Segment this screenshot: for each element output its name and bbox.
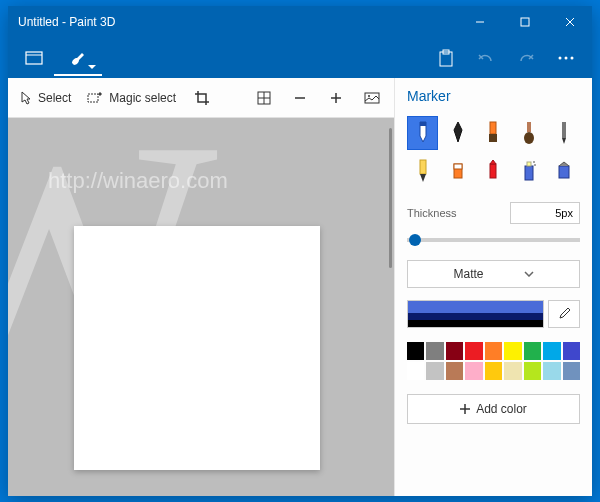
cursor-icon — [20, 91, 32, 105]
eyedropper-icon — [557, 307, 571, 321]
brush-oil-brush[interactable] — [478, 116, 509, 150]
content-area: Select Magic select — [8, 78, 592, 496]
grid-icon — [257, 91, 271, 105]
color-palette — [407, 342, 580, 380]
svg-rect-32 — [527, 162, 531, 166]
ribbon — [8, 38, 592, 78]
thickness-input[interactable] — [510, 202, 580, 224]
more-button[interactable] — [546, 40, 586, 76]
select-tool[interactable]: Select — [12, 80, 79, 116]
window-controls — [457, 6, 592, 38]
add-color-label: Add color — [476, 402, 527, 416]
svg-rect-35 — [559, 166, 569, 178]
slider-thumb[interactable] — [409, 234, 421, 246]
brush-pencil[interactable] — [407, 154, 438, 188]
svg-rect-24 — [527, 122, 531, 132]
color-swatch[interactable] — [485, 342, 502, 360]
color-swatch[interactable] — [543, 342, 560, 360]
panel-title: Marker — [407, 88, 580, 104]
color-swatch[interactable] — [465, 342, 482, 360]
svg-rect-1 — [521, 18, 529, 26]
color-swatch[interactable] — [504, 362, 521, 380]
svg-rect-23 — [489, 134, 497, 142]
svg-rect-22 — [490, 122, 496, 134]
brushes-panel: Marker Thickness Matte — [394, 78, 592, 496]
zoom-in[interactable] — [318, 80, 354, 116]
window-title: Untitled - Paint 3D — [8, 15, 457, 29]
svg-point-8 — [559, 57, 562, 60]
canvas-toolbar: Select Magic select — [8, 78, 394, 118]
select-label: Select — [38, 91, 71, 105]
material-select[interactable]: Matte — [407, 260, 580, 288]
crop-icon — [194, 90, 210, 106]
thickness-label: Thickness — [407, 207, 457, 219]
eyedropper-button[interactable] — [548, 300, 580, 328]
image-icon — [364, 92, 380, 104]
material-label: Matte — [453, 267, 483, 281]
svg-point-33 — [533, 161, 535, 163]
brush-pixel-pen[interactable] — [549, 116, 580, 150]
color-swatch[interactable] — [407, 362, 424, 380]
brush-calligraphy-pen[interactable] — [442, 116, 473, 150]
color-swatch[interactable] — [563, 362, 580, 380]
add-color-button[interactable]: Add color — [407, 394, 580, 424]
color-swatch[interactable] — [504, 342, 521, 360]
zoom-out[interactable] — [282, 80, 318, 116]
color-swatch[interactable] — [426, 342, 443, 360]
svg-point-9 — [565, 57, 568, 60]
svg-rect-31 — [525, 166, 533, 180]
svg-rect-21 — [420, 122, 426, 126]
view-mode[interactable] — [354, 80, 390, 116]
canvas-viewport[interactable]: W http://winaero.com http://winaero.com — [8, 118, 394, 496]
scroll-thumb[interactable] — [389, 128, 392, 268]
color-swatch[interactable] — [524, 342, 541, 360]
canvas-area: Select Magic select — [8, 78, 394, 496]
thickness-slider[interactable] — [407, 238, 580, 242]
svg-point-25 — [524, 132, 534, 144]
svg-point-20 — [368, 95, 370, 97]
menu-button[interactable] — [14, 40, 54, 76]
color-swatch[interactable] — [446, 362, 463, 380]
magic-select-tool[interactable]: Magic select — [79, 80, 184, 116]
brush-spray-can[interactable] — [513, 154, 544, 188]
vertical-scrollbar[interactable] — [388, 118, 394, 496]
svg-rect-27 — [420, 160, 426, 174]
grid-toggle[interactable] — [246, 80, 282, 116]
brush-grid — [407, 116, 580, 188]
redo-button[interactable] — [506, 40, 546, 76]
undo-button[interactable] — [466, 40, 506, 76]
plus-icon — [460, 404, 470, 414]
brushes-tab[interactable] — [54, 40, 102, 76]
color-swatch[interactable] — [485, 362, 502, 380]
watermark-text: http://winaero.com — [48, 168, 228, 194]
brush-fill[interactable] — [549, 154, 580, 188]
titlebar: Untitled - Paint 3D — [8, 6, 592, 38]
maximize-button[interactable] — [502, 6, 547, 38]
svg-rect-11 — [88, 94, 98, 102]
close-button[interactable] — [547, 6, 592, 38]
brush-watercolor[interactable] — [513, 116, 544, 150]
brush-crayon[interactable] — [478, 154, 509, 188]
canvas[interactable] — [74, 226, 320, 470]
brush-marker[interactable] — [407, 116, 438, 150]
color-swatch[interactable] — [563, 342, 580, 360]
crop-tool[interactable] — [184, 80, 220, 116]
color-swatch[interactable] — [524, 362, 541, 380]
current-color-swatch[interactable] — [407, 300, 544, 328]
minus-icon — [294, 92, 306, 104]
paste-button[interactable] — [426, 40, 466, 76]
color-swatch[interactable] — [446, 342, 463, 360]
minimize-button[interactable] — [457, 6, 502, 38]
color-swatch[interactable] — [407, 342, 424, 360]
color-swatch[interactable] — [465, 362, 482, 380]
svg-point-10 — [571, 57, 574, 60]
svg-rect-30 — [490, 164, 496, 178]
color-swatch[interactable] — [543, 362, 560, 380]
brush-eraser[interactable] — [442, 154, 473, 188]
color-swatch[interactable] — [426, 362, 443, 380]
svg-point-34 — [534, 164, 536, 166]
svg-rect-29 — [454, 164, 462, 169]
thickness-row: Thickness — [407, 202, 580, 224]
chevron-down-icon — [524, 271, 534, 277]
app-window: Untitled - Paint 3D — [8, 6, 592, 496]
